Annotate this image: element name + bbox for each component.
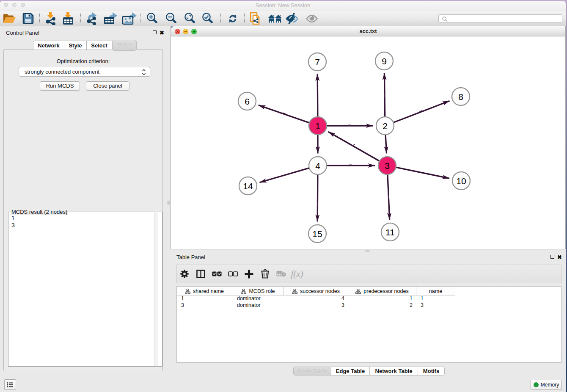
svg-text:10: 10	[456, 176, 466, 186]
svg-text:2: 2	[383, 121, 388, 131]
svg-text:8: 8	[458, 92, 463, 102]
svg-text:3: 3	[385, 161, 390, 171]
svg-text:11: 11	[385, 227, 395, 237]
svg-text:6: 6	[245, 97, 250, 106]
svg-text:4: 4	[315, 161, 320, 171]
svg-text:7: 7	[315, 57, 320, 67]
svg-text:15: 15	[312, 229, 322, 239]
svg-text:9: 9	[382, 56, 387, 66]
svg-text:14: 14	[243, 181, 253, 191]
svg-text:1: 1	[315, 121, 320, 131]
